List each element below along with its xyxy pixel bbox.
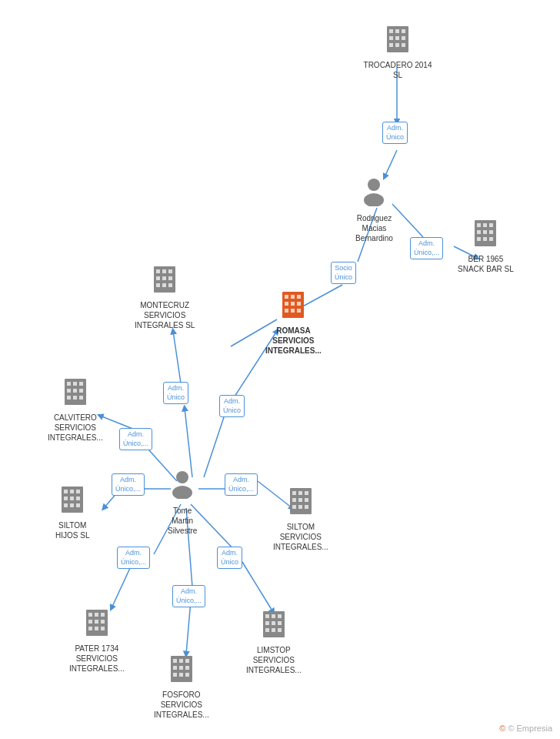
- node-tome[interactable]: TomeMartinSilvestre: [168, 468, 197, 536]
- svg-rect-63: [162, 283, 166, 287]
- svg-rect-32: [402, 43, 405, 47]
- label-rodriguez: RodriguezMaciasBernardino: [355, 213, 393, 243]
- svg-rect-92: [298, 498, 302, 502]
- svg-rect-123: [185, 666, 189, 670]
- svg-rect-40: [483, 230, 487, 234]
- svg-rect-115: [272, 628, 275, 632]
- svg-line-8: [185, 408, 192, 477]
- badge-adm-siltom-serv[interactable]: Adm.Único,...: [225, 473, 258, 496]
- svg-rect-70: [73, 389, 77, 393]
- svg-rect-101: [88, 620, 92, 624]
- watermark: © © Empresia: [499, 724, 552, 733]
- svg-rect-30: [389, 43, 393, 47]
- building-icon-trocadero: [384, 23, 412, 58]
- badge-adm-pater[interactable]: Adm.Único,...: [117, 547, 150, 569]
- svg-line-7: [173, 331, 181, 383]
- node-siltom-servicios[interactable]: SILTOMSERVICIOSINTEGRALES...: [273, 485, 328, 552]
- svg-rect-84: [64, 503, 68, 507]
- node-pater[interactable]: PATER 1734SERVICIOSINTEGRALES...: [69, 607, 125, 674]
- svg-rect-61: [168, 276, 172, 280]
- svg-rect-54: [297, 309, 301, 313]
- svg-rect-36: [477, 223, 481, 227]
- svg-rect-80: [76, 490, 80, 493]
- badge-adm-limstop[interactable]: Adm.Único: [217, 547, 242, 569]
- building-icon-calvitero: [62, 376, 89, 410]
- svg-rect-83: [76, 497, 80, 500]
- svg-rect-58: [168, 269, 172, 273]
- svg-rect-100: [101, 613, 105, 617]
- svg-rect-105: [95, 627, 98, 630]
- copyright-symbol: ©: [499, 724, 505, 733]
- svg-rect-48: [297, 295, 301, 299]
- svg-rect-25: [395, 29, 399, 33]
- svg-rect-88: [292, 491, 296, 495]
- svg-rect-74: [79, 396, 83, 400]
- badge-adm-ber[interactable]: Adm.Único,...: [410, 237, 443, 259]
- node-limstop[interactable]: LIMSTOPSERVICIOSINTEGRALES...: [246, 608, 302, 675]
- svg-rect-109: [272, 614, 275, 618]
- svg-rect-121: [173, 666, 177, 670]
- svg-rect-82: [70, 497, 74, 500]
- svg-rect-60: [162, 276, 166, 280]
- node-trocadero[interactable]: TROCADERO 2014 SL: [363, 23, 432, 80]
- svg-rect-106: [101, 627, 105, 630]
- network-canvas: TROCADERO 2014 SL RodriguezMaciasBernard…: [0, 0, 560, 739]
- svg-rect-111: [265, 621, 269, 625]
- building-icon-siltom-servicios: [287, 485, 315, 520]
- label-montecruz: MONTECRUZSERVICIOSINTEGRALES SL: [135, 300, 195, 330]
- svg-rect-78: [64, 490, 68, 493]
- badge-adm-romasa-tome[interactable]: Adm.Único: [219, 395, 245, 417]
- svg-rect-51: [297, 302, 301, 306]
- svg-point-76: [172, 486, 192, 499]
- svg-rect-46: [285, 295, 288, 299]
- svg-rect-64: [168, 283, 172, 287]
- svg-rect-125: [179, 673, 183, 677]
- badge-adm-fosforo[interactable]: Adm.Único,...: [172, 585, 205, 607]
- svg-point-34: [364, 193, 384, 206]
- node-ber1965[interactable]: BER 1965SNACK BAR SL: [458, 217, 514, 274]
- svg-rect-114: [265, 628, 269, 632]
- badge-adm-trocadero[interactable]: Adm.Único: [382, 122, 408, 144]
- svg-rect-31: [395, 43, 399, 47]
- building-icon-limstop: [260, 608, 288, 643]
- svg-rect-43: [483, 237, 487, 241]
- node-romasa[interactable]: ROMASASERVICIOSINTEGRALES...: [265, 289, 322, 356]
- svg-rect-94: [292, 505, 296, 509]
- svg-rect-62: [156, 283, 160, 287]
- svg-rect-24: [389, 29, 393, 33]
- node-fosforo[interactable]: FOSFOROSERVICIOSINTEGRALES...: [154, 653, 209, 720]
- svg-line-22: [186, 600, 191, 654]
- svg-rect-113: [278, 621, 282, 625]
- svg-rect-90: [305, 491, 308, 495]
- svg-rect-81: [64, 497, 68, 500]
- badge-adm-montecruz[interactable]: Adm.Único: [163, 382, 188, 404]
- building-icon-siltom-hijos: [58, 483, 86, 518]
- node-siltom-hijos[interactable]: SILTOMHIJOS SL: [55, 483, 89, 540]
- node-rodriguez[interactable]: RodriguezMaciasBernardino: [355, 176, 393, 243]
- svg-rect-38: [489, 223, 493, 227]
- label-siltom-servicios: SILTOMSERVICIOSINTEGRALES...: [273, 522, 328, 552]
- label-calvitero: CALVITEROSERVICIOSINTEGRALES...: [48, 413, 103, 443]
- person-icon-rodriguez: [360, 176, 388, 211]
- badge-adm-calvitero[interactable]: Adm.Único,...: [119, 428, 152, 450]
- label-romasa: ROMASASERVICIOSINTEGRALES...: [265, 326, 322, 356]
- svg-rect-104: [88, 627, 92, 630]
- svg-rect-103: [101, 620, 105, 624]
- person-icon-tome: [168, 468, 196, 503]
- svg-rect-66: [67, 382, 71, 386]
- svg-rect-57: [162, 269, 166, 273]
- node-calvitero[interactable]: CALVITEROSERVICIOSINTEGRALES...: [48, 376, 103, 443]
- svg-rect-96: [305, 505, 308, 509]
- building-icon-romasa: [279, 289, 307, 323]
- svg-rect-98: [88, 613, 92, 617]
- svg-rect-52: [285, 309, 288, 313]
- svg-rect-29: [402, 36, 405, 40]
- svg-rect-27: [389, 36, 393, 40]
- svg-rect-44: [489, 237, 493, 241]
- svg-rect-41: [489, 230, 493, 234]
- badge-adm-siltom-hijos[interactable]: Adm.Único,...: [112, 473, 145, 496]
- svg-rect-119: [179, 659, 183, 663]
- svg-rect-56: [156, 269, 160, 273]
- node-montecruz[interactable]: MONTECRUZSERVICIOSINTEGRALES SL: [135, 263, 195, 330]
- badge-socio-romasa[interactable]: SocioÚnico: [331, 262, 356, 284]
